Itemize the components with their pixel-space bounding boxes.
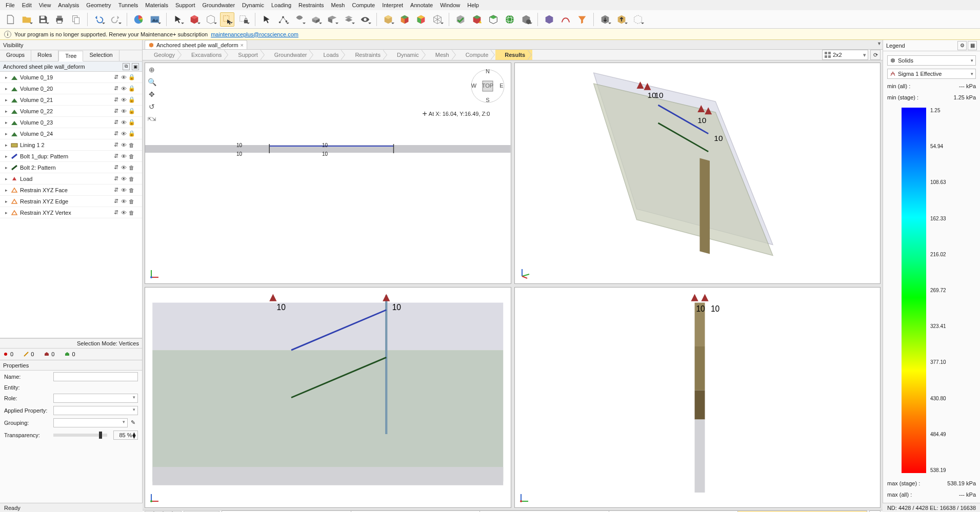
updown-icon[interactable]: ⇵ bbox=[113, 141, 119, 148]
expand-icon[interactable]: ⧉ bbox=[123, 63, 130, 70]
cube-check-icon[interactable] bbox=[453, 12, 468, 27]
notice-link[interactable]: maintenanceplus@rocscience.com bbox=[211, 31, 298, 37]
tree-item[interactable]: ▸Volume 0_21⇵👁🔒 bbox=[0, 94, 142, 106]
menu-groundwater[interactable]: Groundwater bbox=[199, 1, 239, 9]
menu-tunnels[interactable]: Tunnels bbox=[115, 1, 142, 9]
eye-icon[interactable]: 👁 bbox=[121, 164, 127, 171]
box-icon[interactable] bbox=[381, 12, 395, 27]
lock-select-icon[interactable] bbox=[236, 12, 251, 27]
redo-icon[interactable] bbox=[108, 12, 123, 27]
cube-mesh-icon[interactable] bbox=[430, 12, 445, 27]
visibility-tab-tree[interactable]: Tree bbox=[58, 51, 83, 62]
menu-interpret[interactable]: Interpret bbox=[378, 1, 407, 9]
sigma-combo[interactable]: Sigma 1 Effective bbox=[887, 69, 976, 79]
settings-cube-icon[interactable] bbox=[519, 12, 533, 27]
eye-icon[interactable]: 👁 bbox=[121, 130, 127, 137]
refresh-icon[interactable]: ⟳ bbox=[870, 50, 881, 60]
tree-item[interactable]: ▸Bolt 2: Pattern⇵👁🗑 bbox=[0, 162, 142, 173]
name-input[interactable] bbox=[53, 372, 138, 381]
applied-combo[interactable] bbox=[53, 406, 138, 415]
crumb-dynamic[interactable]: Dynamic bbox=[388, 50, 426, 60]
legend-settings-icon[interactable]: ⚙ bbox=[957, 41, 967, 50]
legend-toggle-icon[interactable]: ▦ bbox=[968, 41, 977, 50]
trash-icon[interactable]: 🗑 bbox=[128, 141, 135, 148]
updown-icon[interactable]: ⇵ bbox=[113, 187, 119, 193]
trash-icon[interactable]: 🗑 bbox=[128, 153, 135, 159]
viewport-front[interactable]: 10 10 bbox=[145, 287, 511, 508]
updown-icon[interactable]: ⇵ bbox=[113, 164, 119, 171]
extrude-icon[interactable] bbox=[309, 12, 323, 27]
close-icon[interactable]: × bbox=[241, 42, 244, 48]
updown-icon[interactable]: ⇵ bbox=[113, 108, 119, 114]
crumb-loads[interactable]: Loads bbox=[314, 50, 346, 60]
eye-icon[interactable]: 👁 bbox=[121, 209, 127, 216]
menu-mesh[interactable]: Mesh bbox=[328, 1, 349, 9]
lock-icon[interactable]: 🔒 bbox=[128, 119, 135, 126]
piechart-icon[interactable] bbox=[131, 12, 146, 27]
crumb-support[interactable]: Support bbox=[229, 50, 265, 60]
menu-restraints[interactable]: Restraints bbox=[295, 1, 328, 9]
cube-dark-icon[interactable] bbox=[542, 12, 556, 27]
panel-menu-icon[interactable]: ▼ bbox=[877, 41, 882, 46]
trash-icon[interactable]: 🗑 bbox=[128, 209, 135, 216]
document-tab[interactable]: Anchored sheet pile wall_deform × bbox=[145, 40, 247, 49]
compass-widget[interactable]: TOP N S E W bbox=[470, 68, 506, 104]
trash-icon[interactable]: 🗑 bbox=[128, 198, 135, 204]
updown-icon[interactable]: ⇵ bbox=[113, 85, 119, 92]
polyline-icon[interactable] bbox=[276, 12, 290, 27]
tree-item[interactable]: ▸Volume 0_24⇵👁🔒 bbox=[0, 128, 142, 139]
visibility-tab-roles[interactable]: Roles bbox=[31, 50, 58, 61]
export-cube-icon[interactable] bbox=[598, 12, 612, 27]
eye-icon[interactable] bbox=[358, 12, 372, 27]
lock-icon[interactable]: 🔒 bbox=[128, 108, 135, 114]
crumb-restraints[interactable]: Restraints bbox=[346, 50, 388, 60]
cube-red-icon[interactable] bbox=[187, 12, 202, 27]
updown-icon[interactable]: ⇵ bbox=[113, 119, 119, 126]
cube-grid-icon[interactable] bbox=[486, 12, 501, 27]
menu-geometry[interactable]: Geometry bbox=[83, 1, 114, 9]
eye-icon[interactable]: 👁 bbox=[121, 108, 127, 114]
lock-icon[interactable]: 🔒 bbox=[128, 85, 135, 92]
tree-item[interactable]: ▸Volume 0_19⇵👁🔒 bbox=[0, 72, 142, 83]
copy-icon[interactable] bbox=[69, 12, 83, 27]
lock-icon[interactable]: 🔒 bbox=[128, 96, 135, 103]
select-arrow-icon[interactable] bbox=[171, 12, 185, 27]
updown-icon[interactable]: ⇵ bbox=[113, 96, 119, 103]
menu-support[interactable]: Support bbox=[172, 1, 199, 9]
open-file-icon[interactable] bbox=[19, 12, 34, 27]
crumb-compute[interactable]: Compute bbox=[456, 50, 496, 60]
fit-icon[interactable]: ⇱⇲ bbox=[147, 114, 156, 124]
visibility-tab-selection[interactable]: Selection bbox=[83, 50, 119, 61]
tree-item[interactable]: ▸Restrain XYZ Edge⇵👁🗑 bbox=[0, 196, 142, 207]
eye-icon[interactable]: 👁 bbox=[121, 85, 127, 92]
surface-icon[interactable] bbox=[325, 12, 339, 27]
menu-loading[interactable]: Loading bbox=[268, 1, 295, 9]
print-icon[interactable] bbox=[52, 12, 67, 27]
eye-icon[interactable]: 👁 bbox=[121, 96, 127, 103]
lock-icon[interactable]: 🔒 bbox=[128, 74, 135, 80]
layers-icon[interactable] bbox=[342, 12, 356, 27]
tree-item[interactable]: ▸Lining 1 2⇵👁🗑 bbox=[0, 139, 142, 151]
cube-warning-icon[interactable] bbox=[470, 12, 484, 27]
select-box-icon[interactable] bbox=[220, 12, 234, 27]
updown-icon[interactable]: ⇵ bbox=[113, 198, 119, 204]
updown-icon[interactable]: ⇵ bbox=[113, 74, 119, 80]
eye-icon[interactable]: 👁 bbox=[121, 187, 127, 193]
edit-grouping-icon[interactable]: ✎ bbox=[131, 419, 138, 426]
image-icon[interactable] bbox=[148, 12, 162, 27]
menu-edit[interactable]: Edit bbox=[18, 1, 35, 9]
filter-icon[interactable] bbox=[575, 12, 589, 27]
globe-icon[interactable] bbox=[503, 12, 517, 27]
tree-item[interactable]: ▸Volume 0_20⇵👁🔒 bbox=[0, 83, 142, 94]
zoom-in-icon[interactable]: ⊕ bbox=[147, 65, 156, 74]
eye-icon[interactable]: 👁 bbox=[121, 74, 127, 80]
crumb-results[interactable]: Results bbox=[495, 50, 532, 60]
viewport-side[interactable]: 10 10 bbox=[514, 287, 881, 508]
tree-item[interactable]: ▸Volume 0_22⇵👁🔒 bbox=[0, 106, 142, 117]
new-file-icon[interactable] bbox=[3, 12, 17, 27]
tree-item[interactable]: ▸Bolt 1_dup: Pattern⇵👁🗑 bbox=[0, 151, 142, 162]
menu-view[interactable]: View bbox=[35, 1, 55, 9]
menu-window[interactable]: Window bbox=[436, 1, 464, 9]
shape-icon[interactable] bbox=[292, 12, 307, 27]
collapse-icon[interactable]: ▣ bbox=[132, 63, 139, 70]
